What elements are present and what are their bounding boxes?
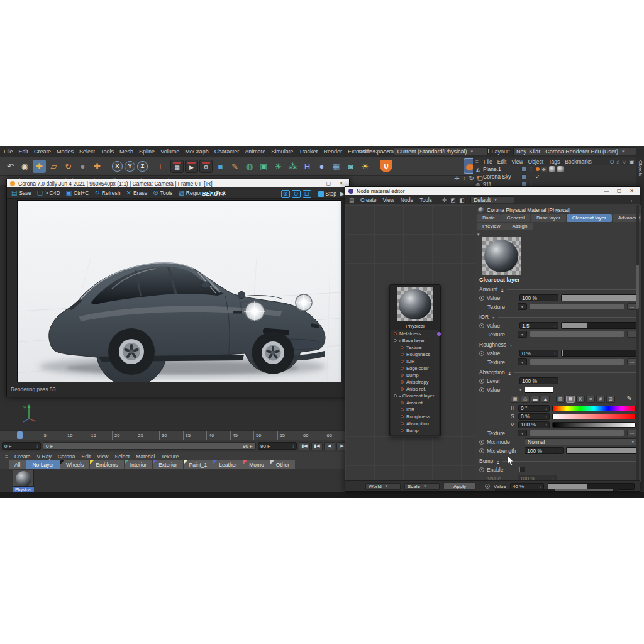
volume-builder-icon[interactable]: ▣: [257, 160, 270, 173]
rotate-tool-icon[interactable]: ↻: [62, 160, 75, 173]
node-port[interactable]: Roughness: [391, 351, 439, 358]
animation-dot-icon[interactable]: [479, 387, 484, 392]
hue-field[interactable]: 0 °: [518, 405, 550, 412]
material-preview[interactable]: [482, 237, 521, 275]
menu-item[interactable]: File: [4, 148, 13, 155]
light-icon[interactable]: ☀: [358, 160, 372, 173]
timeline-ruler[interactable]: 05101520253035404550556065: [0, 430, 350, 440]
mix-strength-field[interactable]: 100 %: [525, 447, 564, 454]
subdivision-surface-icon[interactable]: ◍: [243, 160, 256, 173]
state-dots-icon[interactable]: [528, 174, 534, 180]
port-socket-icon[interactable]: [401, 401, 404, 404]
z-axis-lock-button[interactable]: Z: [137, 161, 148, 172]
material-tag-icon[interactable]: [536, 167, 540, 171]
value-gradient-slider[interactable]: [552, 422, 636, 428]
vfb-button[interactable]: ▣Ctrl+C: [64, 189, 92, 197]
attribute-tab[interactable]: General: [501, 214, 530, 222]
back-icon[interactable]: ←: [630, 196, 636, 203]
y-axis-lock-button[interactable]: Y: [125, 161, 135, 172]
node-port[interactable]: IOR: [391, 406, 439, 413]
port-socket-icon[interactable]: [401, 346, 404, 349]
material-menu-item[interactable]: Edit: [82, 453, 91, 460]
node-graph-canvas[interactable]: Physical MetalnessBase layerTextureRough…: [345, 205, 475, 482]
field-icon[interactable]: ●: [315, 160, 328, 173]
port-socket-icon[interactable]: [394, 394, 397, 397]
node-port[interactable]: Roughness: [391, 413, 439, 420]
object-manager-menu-item[interactable]: Object: [528, 158, 544, 165]
object-manager-menu-item[interactable]: View: [511, 158, 523, 165]
roughness-value-field[interactable]: 0 %: [519, 350, 558, 357]
eyedropper-icon[interactable]: ✎: [627, 395, 632, 402]
collapse-icon[interactable]: ▾: [519, 387, 522, 392]
node-port[interactable]: Amount: [391, 399, 439, 406]
swatches-icon[interactable]: ▦: [511, 396, 519, 402]
menu-item[interactable]: Character: [214, 148, 240, 155]
ior-value-field[interactable]: 1.5: [519, 322, 558, 329]
material-menu-item[interactable]: Corona: [58, 453, 75, 460]
minimize-button[interactable]: [602, 188, 611, 194]
material-menu-icon[interactable]: [5, 453, 8, 460]
material-menu-item[interactable]: Texture: [161, 453, 179, 460]
viewport-maximize-icon[interactable]: ▢: [477, 175, 483, 182]
image-icon[interactable]: ▲: [541, 396, 550, 402]
animation-dot-icon[interactable]: [479, 467, 484, 472]
current-frame-field[interactable]: 0 F: [2, 442, 41, 450]
ior-slider[interactable]: [561, 322, 637, 329]
layer-tab[interactable]: Exterior: [153, 460, 182, 469]
render-picture-viewer-icon[interactable]: ▶: [185, 160, 198, 173]
texture-dropdown[interactable]: [518, 358, 527, 365]
port-socket-icon[interactable]: [401, 415, 404, 418]
menu-item[interactable]: Modes: [57, 148, 74, 155]
node-port[interactable]: Bump: [391, 427, 439, 434]
node-editor-menu-item[interactable]: Tools: [419, 197, 432, 203]
rgb-mode-icon[interactable]: ▥: [556, 396, 565, 402]
hsv-mode-icon[interactable]: ▤: [566, 396, 575, 402]
menu-item[interactable]: Tools: [101, 148, 114, 155]
node-port[interactable]: Aniso rot.: [391, 386, 439, 392]
node-port[interactable]: Base layer: [391, 337, 439, 344]
cloner-icon[interactable]: ⁂: [286, 160, 299, 173]
menu-item[interactable]: Mesh: [119, 148, 133, 155]
close-button[interactable]: [627, 188, 636, 194]
layer-tab[interactable]: Paint_1: [184, 460, 213, 469]
move-tool-icon[interactable]: ✚: [33, 160, 46, 173]
vfb-button[interactable]: ↻Refresh: [92, 189, 123, 197]
scene-nodes-icon[interactable]: ▦: [330, 160, 343, 173]
zoom-out-icon[interactable]: ⊖: [292, 190, 301, 198]
material-menu-item[interactable]: View: [97, 453, 108, 460]
texture-dropdown[interactable]: [518, 430, 527, 436]
layout-select[interactable]: Ney. Kilar - Corona Renderer Edu (User): [513, 147, 636, 155]
node-editor-menu-icon[interactable]: [349, 197, 354, 203]
render-pass-select[interactable]: BEAUTY: [202, 191, 225, 197]
amount-slider[interactable]: [561, 294, 637, 301]
object-row[interactable]: ◭ Plane.1 ✛: [473, 165, 636, 173]
texture-tag-icon[interactable]: [557, 166, 564, 172]
deformer-icon[interactable]: H: [301, 160, 314, 173]
port-socket-icon[interactable]: [401, 360, 404, 363]
generator-icon[interactable]: ✳: [272, 160, 285, 173]
menu-item[interactable]: Edit: [19, 148, 29, 155]
x-axis-lock-button[interactable]: X: [112, 161, 123, 172]
material-shield-icon[interactable]: U: [380, 160, 392, 172]
node-port[interactable]: Edge color: [391, 365, 439, 372]
node-port[interactable]: Bump: [391, 372, 439, 379]
vfb-titlebar[interactable]: Corona 7.0 daily Jun 4 2021 | 960x540px …: [7, 179, 349, 187]
stop-label[interactable]: Stop: [326, 191, 337, 197]
material-menu-item[interactable]: Select: [114, 453, 130, 460]
center-node-icon[interactable]: ✛: [442, 197, 447, 203]
vertical-scrollbar[interactable]: [636, 205, 639, 482]
material-menu-item[interactable]: Material: [136, 453, 155, 460]
menu-item[interactable]: Tracker: [299, 148, 318, 155]
port-socket-icon[interactable]: [401, 429, 404, 432]
node-port[interactable]: Clearcoat layer: [391, 392, 439, 399]
kelvin-mode-icon[interactable]: K: [576, 396, 585, 402]
pen-spline-icon[interactable]: ✎: [228, 160, 242, 173]
compositing-tag-icon[interactable]: ✛: [541, 167, 547, 172]
object-manager-menu-item[interactable]: File: [484, 158, 492, 165]
visibility-toggle[interactable]: [521, 174, 526, 179]
attribute-tab[interactable]: Clearcoat layer: [567, 214, 612, 222]
panel-icon[interactable]: ▣: [629, 158, 634, 165]
attribute-tab[interactable]: Preview: [477, 223, 506, 230]
close-button[interactable]: [336, 180, 346, 186]
node-port[interactable]: Metalness: [391, 330, 439, 337]
